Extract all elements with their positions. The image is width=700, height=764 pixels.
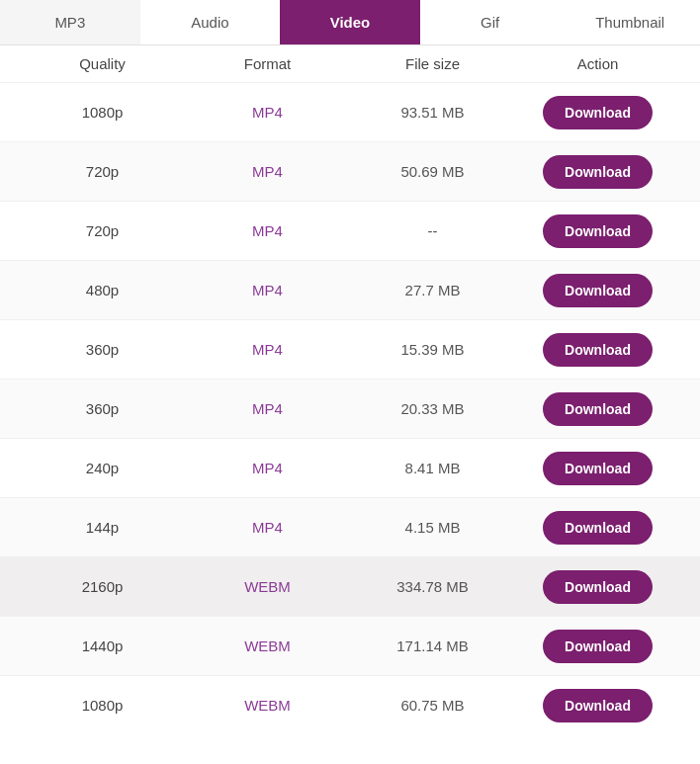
col-quality: 1080p [20,104,185,121]
download-button[interactable]: Download [543,630,653,663]
col-filesize: 8.41 MB [350,460,515,476]
col-format: MP4 [185,163,350,180]
col-filesize: 50.69 MB [350,163,515,180]
table-row: 720pMP4--Download [0,201,700,260]
col-action: Download [515,689,680,722]
table-row: 360pMP415.39 MBDownload [0,319,700,379]
table-row: 1080pMP493.51 MBDownload [0,82,700,141]
download-button[interactable]: Download [543,333,653,367]
col-format: MP4 [185,341,350,358]
table-row: 1440pWEBM171.14 MBDownload [0,616,700,675]
col-format: WEBM [185,697,350,714]
tab-audio[interactable]: Audio [140,0,281,44]
table-row: 1080pWEBM60.75 MBDownload [0,675,700,734]
col-filesize: 4.15 MB [350,519,515,536]
col-action: Download [515,511,680,545]
col-filesize: 20.33 MB [350,400,515,417]
col-filesize: 93.51 MB [350,104,515,121]
col-action: Download [515,630,680,663]
col-action: Download [515,333,680,367]
download-button[interactable]: Download [543,570,653,604]
table-row: 2160pWEBM334.78 MBDownload [0,556,700,616]
col-quality: 480p [20,282,185,298]
table-header: Quality Format File size Action [0,45,700,82]
col-filesize: 334.78 MB [350,578,515,595]
col-format: MP4 [185,400,350,417]
col-filesize: -- [350,222,515,239]
table-row: 360pMP420.33 MBDownload [0,379,700,438]
col-format: MP4 [185,519,350,536]
col-action: Download [515,214,680,248]
download-button[interactable]: Download [543,452,653,485]
download-button[interactable]: Download [543,511,653,545]
col-quality: 720p [20,163,185,180]
col-filesize: 60.75 MB [350,697,515,714]
col-action: Download [515,392,680,426]
col-quality: 144p [20,519,185,536]
col-format: MP4 [185,460,350,476]
download-button[interactable]: Download [543,214,653,248]
col-header-filesize: File size [350,55,515,72]
col-format: WEBM [185,578,350,595]
col-action: Download [515,155,680,189]
tab-mp3[interactable]: MP3 [0,0,140,44]
col-format: WEBM [185,637,350,654]
col-header-format: Format [185,55,350,72]
tab-thumbnail[interactable]: Thumbnail [560,0,700,44]
col-filesize: 27.7 MB [350,282,515,298]
tabs-bar: MP3AudioVideoGifThumbnail [0,0,700,45]
col-filesize: 15.39 MB [350,341,515,358]
table-row: 240pMP48.41 MBDownload [0,438,700,497]
table-body: 1080pMP493.51 MBDownload720pMP450.69 MBD… [0,82,700,734]
col-action: Download [515,570,680,604]
col-quality: 360p [20,400,185,417]
col-quality: 360p [20,341,185,358]
col-quality: 2160p [20,578,185,595]
col-quality: 720p [20,222,185,239]
download-button[interactable]: Download [543,392,653,426]
col-quality: 1440p [20,637,185,654]
col-quality: 1080p [20,697,185,714]
col-header-quality: Quality [20,55,185,72]
col-format: MP4 [185,282,350,298]
table-row: 480pMP427.7 MBDownload [0,260,700,319]
col-filesize: 171.14 MB [350,637,515,654]
col-format: MP4 [185,222,350,239]
col-action: Download [515,96,680,129]
col-action: Download [515,274,680,307]
table-row: 720pMP450.69 MBDownload [0,141,700,201]
col-quality: 240p [20,460,185,476]
table-row: 144pMP44.15 MBDownload [0,497,700,556]
download-button[interactable]: Download [543,274,653,307]
video-table: Quality Format File size Action 1080pMP4… [0,45,700,734]
download-button[interactable]: Download [543,155,653,189]
download-button[interactable]: Download [543,689,653,722]
tab-video[interactable]: Video [280,0,420,44]
col-header-action: Action [515,55,680,72]
tab-gif[interactable]: Gif [420,0,561,44]
download-button[interactable]: Download [543,96,653,129]
col-action: Download [515,452,680,485]
col-format: MP4 [185,104,350,121]
